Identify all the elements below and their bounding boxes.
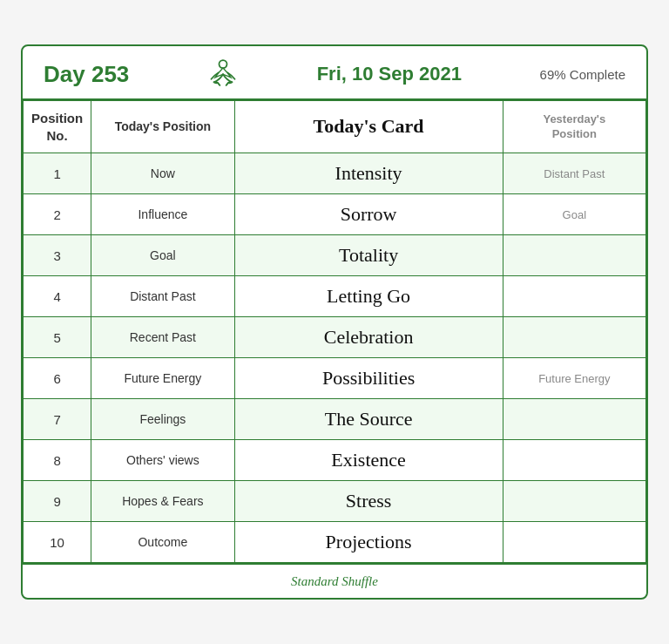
progress-label: 69% Complete (540, 67, 625, 82)
table-row: 5Recent PastCelebration (24, 317, 646, 358)
cell-pos-no: 8 (24, 440, 91, 481)
cell-today-card: Projections (234, 522, 503, 563)
cell-today-pos: Goal (91, 235, 234, 276)
cell-today-pos: Others' views (91, 440, 234, 481)
cell-yesterday-pos (503, 440, 645, 481)
cell-yesterday-pos (503, 481, 645, 522)
cell-today-pos: Future Energy (91, 358, 234, 399)
cell-pos-no: 1 (24, 153, 91, 194)
table-row: 6Future EnergyPossibilitiesFuture Energy (24, 358, 646, 399)
cell-yesterday-pos: Distant Past (503, 153, 645, 194)
cell-yesterday-pos (503, 522, 645, 563)
col-header-pos-no: PositionNo. (24, 101, 91, 153)
svg-point-0 (219, 60, 226, 68)
cell-today-card: Letting Go (234, 276, 503, 317)
cell-yesterday-pos: Goal (503, 194, 645, 235)
day-label: Day 253 (44, 61, 129, 88)
cell-today-card: The Source (234, 399, 503, 440)
footer: Standard Shuffle (23, 563, 646, 598)
cell-today-pos: Outcome (91, 522, 234, 563)
col-header-yesterday-pos: Yesterday'sPosition (503, 101, 645, 153)
col-header-today-card: Today's Card (234, 101, 503, 153)
cell-today-card: Sorrow (234, 194, 503, 235)
cell-pos-no: 7 (24, 399, 91, 440)
cell-yesterday-pos (503, 399, 645, 440)
cell-today-card: Celebration (234, 317, 503, 358)
table-header-row: PositionNo. Today's Position Today's Car… (24, 101, 646, 153)
header: Day 253 Fri, 10 Sep 2021 69% Complete (23, 46, 646, 100)
table-row: 7FeelingsThe Source (24, 399, 646, 440)
person-meditation-icon (207, 58, 239, 90)
cell-pos-no: 5 (24, 317, 91, 358)
main-card: Day 253 Fri, 10 Sep 2021 69% Complete (21, 44, 648, 600)
cell-yesterday-pos (503, 317, 645, 358)
shuffle-label: Standard Shuffle (291, 574, 378, 588)
cell-today-pos: Influence (91, 194, 234, 235)
cell-today-card: Totality (234, 235, 503, 276)
cell-pos-no: 10 (24, 522, 91, 563)
cell-pos-no: 2 (24, 194, 91, 235)
cell-today-pos: Distant Past (91, 276, 234, 317)
cell-today-card: Existence (234, 440, 503, 481)
cell-pos-no: 6 (24, 358, 91, 399)
table-row: 4Distant PastLetting Go (24, 276, 646, 317)
cell-today-card: Intensity (234, 153, 503, 194)
cell-today-pos: Feelings (91, 399, 234, 440)
cell-today-pos: Now (91, 153, 234, 194)
cell-pos-no: 4 (24, 276, 91, 317)
cell-pos-no: 9 (24, 481, 91, 522)
cell-today-card: Stress (234, 481, 503, 522)
cell-yesterday-pos (503, 276, 645, 317)
cell-pos-no: 3 (24, 235, 91, 276)
cell-yesterday-pos (503, 235, 645, 276)
date-label: Fri, 10 Sep 2021 (317, 63, 462, 85)
cell-today-pos: Recent Past (91, 317, 234, 358)
table-row: 8Others' viewsExistence (24, 440, 646, 481)
cell-today-pos: Hopes & Fears (91, 481, 234, 522)
table-row: 2InfluenceSorrowGoal (24, 194, 646, 235)
table-row: 10OutcomeProjections (24, 522, 646, 563)
positions-table: PositionNo. Today's Position Today's Car… (23, 100, 646, 563)
cell-yesterday-pos: Future Energy (503, 358, 645, 399)
cell-today-card: Possibilities (234, 358, 503, 399)
col-header-today-pos: Today's Position (91, 101, 234, 153)
table-row: 3GoalTotality (24, 235, 646, 276)
table-row: 1NowIntensityDistant Past (24, 153, 646, 194)
table-row: 9Hopes & FearsStress (24, 481, 646, 522)
